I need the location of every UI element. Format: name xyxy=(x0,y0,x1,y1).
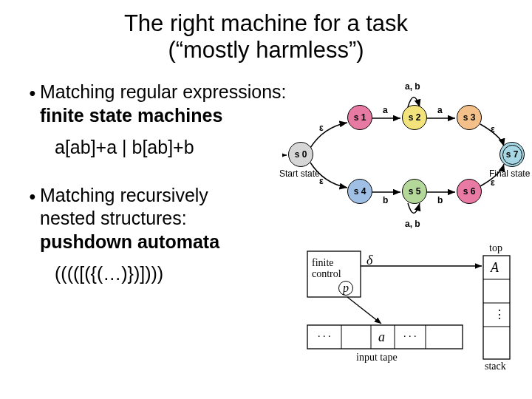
edge-label-b: b xyxy=(437,195,443,205)
fsm-edges xyxy=(282,83,531,223)
state-s4: s 4 xyxy=(347,179,372,204)
delta-label: δ xyxy=(366,253,372,268)
bullet-2-lead2: nested structures: xyxy=(40,208,187,228)
state-s0: s 0 xyxy=(288,142,313,167)
fsm-diagram: s 0 s 1 s 2 s 3 s 4 s 5 s 6 s 7 ε ε a a … xyxy=(282,83,531,223)
state-s1: s 1 xyxy=(347,105,372,130)
title-line1: The right machine for a task xyxy=(0,10,532,37)
stack-vdots: ⋮ xyxy=(494,307,505,321)
state-s6: s 6 xyxy=(457,179,482,204)
start-state-label: Start state xyxy=(279,168,320,179)
stack-label: stack xyxy=(485,361,506,372)
bullet-2-strong: pushdown automata xyxy=(40,231,219,252)
bullet-2-lead: Matching recursively xyxy=(40,185,208,205)
bullet-2-text: Matching recursively nested structures: … xyxy=(40,184,219,253)
state-s2: s 2 xyxy=(402,105,427,130)
slide-title: The right machine for a task (“mostly ha… xyxy=(0,0,532,63)
top-label: top xyxy=(489,242,502,254)
tape-dots-left: · · · xyxy=(318,331,331,343)
tape-a: a xyxy=(378,330,385,345)
bullet-1-strong: finite state machines xyxy=(40,105,222,126)
edge-label-eps: ε xyxy=(491,177,495,188)
final-state-label: Final state xyxy=(489,168,530,179)
edge-label-a: a xyxy=(437,105,443,115)
state-s7: s 7 xyxy=(499,142,525,167)
bullet-dot: • xyxy=(25,184,40,208)
stack-top-A: A xyxy=(491,260,499,276)
edge-label-eps: ε xyxy=(491,124,495,134)
edge-label-b: b xyxy=(383,195,388,205)
state-s5: s 5 xyxy=(402,179,427,204)
edge-label-a: a xyxy=(383,105,388,115)
p-state: p xyxy=(338,281,353,296)
edge-label-eps: ε xyxy=(319,123,324,133)
edge-label-ab: a, b xyxy=(405,81,420,92)
state-s3: s 3 xyxy=(457,105,482,130)
finite-control-label: finite control xyxy=(312,257,341,280)
tape-dots-right: · · · xyxy=(403,331,417,343)
input-tape-label: input tape xyxy=(356,352,398,364)
bullet-1-text: Matching regular expressions: finite sta… xyxy=(40,81,287,127)
title-line2: (“mostly harmless”) xyxy=(0,37,532,64)
bullet-1-lead: Matching regular expressions: xyxy=(40,81,287,102)
edge-label-ab: a, b xyxy=(405,219,420,229)
pda-diagram: finite control δ p · · · a · · · input t… xyxy=(300,244,522,384)
bullet-dot: • xyxy=(25,81,40,105)
svg-rect-6 xyxy=(307,325,463,349)
svg-line-15 xyxy=(347,297,381,324)
